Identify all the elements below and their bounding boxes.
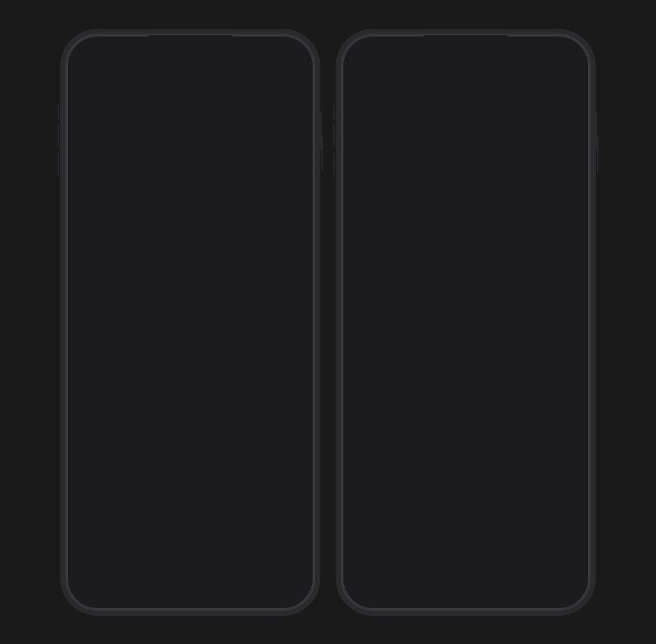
wifi-icon: 📶	[264, 52, 274, 61]
video-info-1: #bitcointrading Thank you, Elon!! 💵🔥🔥 EL…	[72, 231, 190, 276]
video-info-2: #bitcoinforbeginners2023 #cryptoforbegin…	[191, 231, 309, 276]
time-badge-2: 10h ago	[196, 220, 222, 227]
search-text-2: ethereum giveaway	[380, 81, 539, 91]
back-button-1[interactable]: ‹	[79, 79, 84, 94]
video-card-p2-3[interactable]: Thank you, Elon!! #ethereumeth 💵🔥... A A…	[347, 293, 465, 463]
video-info-p2-1: Promo: Giveaway 🚀 #ethereumforbegibne...…	[347, 247, 465, 292]
search-text-1: Bitcoin giveaway	[104, 81, 263, 91]
clear-button-1[interactable]: ×	[267, 81, 277, 91]
video-card-2[interactable]: Elon Musk has lost his mind! I can't bel…	[191, 129, 309, 276]
video-card-1[interactable]: PROMO CODE I don't believe it!! 🔥📱💬 1h a…	[72, 129, 190, 276]
phone-1: 11:06 📶 ‹ ⌕ Bitcoin giveaway ×	[65, 34, 315, 611]
search-icon-1: ⌕	[95, 81, 101, 91]
video-thumb-p2-3	[347, 293, 465, 418]
tab-shop-1[interactable]: Shop	[229, 101, 267, 128]
tabs-1: Top Videos Users Sounds Shop LIVE	[72, 101, 309, 129]
video-meta-p2-4: A Amanda Willia... ♡14	[472, 445, 579, 458]
author-name-p2-4: Amanda Willia...	[488, 448, 538, 456]
video-thumb-p2-2: MSNBC ELON MUSK BITCOIN GIVEAWAY 5h ago	[466, 154, 584, 247]
video-card-p2-2[interactable]: MSNBC ELON MUSK BITCOIN GIVEAWAY 5h ago …	[466, 154, 584, 292]
promo-bar-3: PROMO CODE:	[72, 380, 190, 398]
chip-unwatched[interactable]: Unwatched	[386, 132, 445, 150]
content-grid-2: MSNBC ELON MUSK BITCOIN GIVEAWAY 5h ago …	[347, 154, 584, 463]
video-thumb-1: PROMO CODE I don't believe it!! 🔥📱💬 1h a…	[72, 129, 190, 231]
author-name-1: Brynn	[93, 261, 111, 268]
author-name-p2-2: Crypto Max	[488, 277, 523, 285]
status-icons-1: 📶	[251, 52, 291, 61]
author-name-p2-3: Amanda Willia...	[368, 448, 419, 456]
mute-badge-1: 🔇	[172, 218, 184, 227]
search-box-1[interactable]: ⌕ Bitcoin giveaway ×	[89, 75, 284, 97]
signal-icon	[251, 53, 261, 60]
author-row-p2-4: A Amanda Willia...	[472, 445, 538, 458]
video-title-p2-2: Promo: Giveaway 🚀 #ethereumforbegibne...	[472, 251, 579, 271]
video-info-p2-4: Thank you, Elon!! #ethereumeth 💵🔥... A A…	[466, 418, 584, 463]
phone-2: 11:17 📶 ‹ ⌕ ethereum giveaway ×	[341, 34, 591, 611]
search-bar-2: ‹ ⌕ ethereum giveaway × •••	[347, 72, 584, 101]
search-box-2[interactable]: ⌕ ethereum giveaway ×	[365, 75, 559, 97]
video-thumb-2: Elon Musk has lost his mind! I can't bel…	[191, 129, 309, 231]
notch-2	[427, 40, 504, 56]
more-button-2[interactable]: •••	[564, 79, 577, 93]
author-row-p2-2: M Crypto Max	[472, 274, 523, 287]
video-meta-p2-2: M Crypto Max ♡1	[472, 274, 579, 287]
like-count-2: ♡3	[291, 260, 304, 268]
avatar-2: L	[196, 258, 209, 271]
author-row-p2-3: A Amanda Willia...	[352, 445, 419, 458]
video-card-p2-4[interactable]: Bitcoin price today: BTC to USD — ... FO…	[466, 293, 584, 463]
clear-button-2[interactable]: ×	[543, 81, 553, 91]
like-count-1: ♡16	[168, 260, 184, 268]
video-title-p2-3: Thank you, Elon!! #ethereumeth 💵🔥...	[352, 422, 460, 442]
time-badge-4: 1d ago	[196, 368, 218, 376]
avatar-p2-2: M	[472, 274, 484, 287]
video-meta-p2-3: A Amanda Willia... ♡14	[352, 445, 460, 458]
content-grid-1: PROMO CODE I don't believe it!! 🔥📱💬 1h a…	[72, 129, 309, 398]
avatar-p2-4: A	[472, 445, 484, 458]
search-bar-1: ‹ ⌕ Bitcoin giveaway × •••	[72, 72, 309, 101]
video-title-p2-1: Promo: Giveaway 🚀 #ethereumforbegibne...	[352, 251, 460, 271]
tab-users-2[interactable]: Users	[427, 101, 466, 128]
tab-sounds-1[interactable]: Sounds	[190, 101, 229, 128]
tab-users-1[interactable]: Users	[152, 101, 190, 128]
video-thumb-p2-4: Bitcoin price today: BTC to USD — ... FO…	[466, 293, 584, 418]
video-thumb-p2-1: MSNBC ELON MUSK BITCOIN GIVEAWAY 5h ago	[347, 154, 465, 247]
like-count-p2-3: ♡14	[444, 447, 460, 456]
time-badge-3: 1h ago	[77, 368, 99, 376]
video-info-p2-2: Promo: Giveaway 🚀 #ethereumforbegibne...…	[466, 247, 584, 292]
battery-icon	[277, 53, 291, 60]
video-meta-1: B Brynn ✅ ♡16	[77, 258, 184, 271]
video-title-2: #bitcoinforbeginners2023 #cryptoforbegin…	[196, 235, 304, 255]
tab-top-1[interactable]: Top	[74, 101, 113, 128]
like-count-p2-4: ♡14	[563, 447, 579, 456]
tab-top-2[interactable]: Top	[350, 101, 388, 128]
time-1: 11:06	[90, 51, 114, 62]
chip-recently-uploaded[interactable]: Recently uploaded	[506, 132, 578, 150]
video-card-4[interactable]: Elon Musk has lost is mind! I can't beli…	[191, 277, 309, 398]
tab-videos-1[interactable]: Videos	[113, 101, 151, 128]
status-icons-2: 📶	[527, 52, 566, 61]
video-meta-2: L Leon ♡3	[196, 258, 304, 271]
video-title-1: #bitcointrading Thank you, Elon!! 💵🔥🔥 EL…	[77, 235, 184, 255]
avatar-p2-3: A	[352, 445, 365, 458]
tab-sounds-2[interactable]: Sounds	[466, 101, 504, 128]
promo-text-3: PROMO CODE:	[78, 384, 134, 393]
avatar-p2-1: M	[352, 274, 365, 287]
phone-screen-1: 11:06 📶 ‹ ⌕ Bitcoin giveaway ×	[72, 40, 309, 604]
author-row-1: B Brynn ✅	[77, 258, 122, 271]
more-button-1[interactable]: •••	[289, 79, 301, 93]
tab-shop-2[interactable]: Shop	[504, 101, 543, 128]
like-count-p2-2: ♡1	[567, 276, 579, 285]
chip-all[interactable]: All	[354, 132, 381, 150]
wifi-icon-2: 📶	[539, 52, 549, 61]
author-name-p2-1: Crypto Max	[368, 277, 404, 285]
video-card-p2-1[interactable]: MSNBC ELON MUSK BITCOIN GIVEAWAY 5h ago …	[347, 154, 465, 292]
tab-live-1[interactable]: LIVE	[268, 101, 306, 128]
video-card-3[interactable]: Elon Musk has lost is mind! I can't beli…	[72, 277, 190, 398]
time-badge-1: 1h ago	[77, 220, 99, 227]
notch-1	[152, 40, 229, 56]
tab-videos-2[interactable]: Videos	[388, 101, 427, 128]
filter-chips: All Unwatched Watched Recently uploaded	[347, 129, 584, 154]
back-button-2[interactable]: ‹	[355, 79, 359, 94]
tab-live-2[interactable]: LIVE	[543, 101, 582, 128]
chip-watched[interactable]: Watched	[451, 132, 502, 150]
